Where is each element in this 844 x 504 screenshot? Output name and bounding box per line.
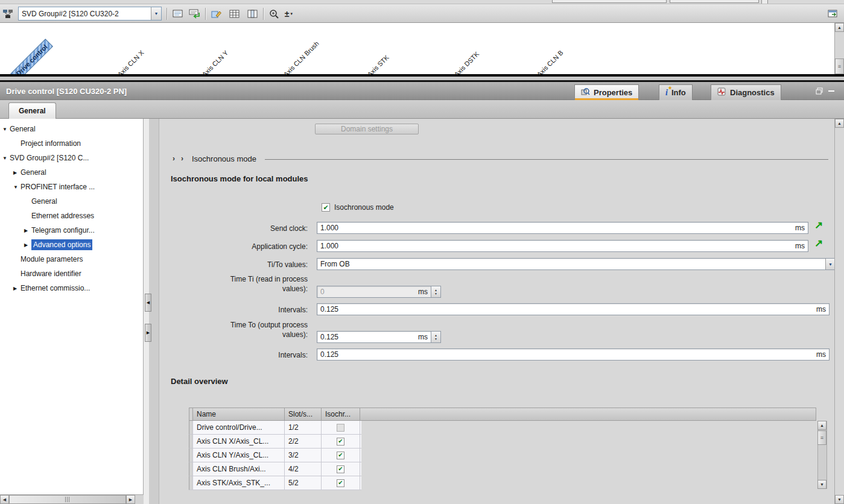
device-view-scrollbar[interactable]: ▲ ≡ <box>834 23 844 74</box>
application-cycle-input[interactable] <box>317 242 792 250</box>
dropdown-arrow-icon[interactable]: ▼ <box>825 259 834 269</box>
time-to-input[interactable] <box>317 333 415 341</box>
tree-item-svd-group[interactable]: ▼ SVD Group#2 [S120 C... <box>0 151 143 165</box>
expander-down-icon[interactable]: ▼ <box>2 127 10 132</box>
scroll-right-icon[interactable]: ▶ <box>126 495 135 504</box>
expander-right-icon[interactable]: ▶ <box>13 286 21 291</box>
configure-device-icon[interactable] <box>209 7 224 20</box>
pane-splitter[interactable]: ◀ ▶ <box>144 119 159 504</box>
scrollbar-thumb[interactable]: ≡ <box>835 58 844 74</box>
scroll-up-icon[interactable]: ▲ <box>817 421 827 430</box>
device-label-axis-cln-brush[interactable]: Axis CLN Brush <box>279 36 324 74</box>
device-label-drive-control[interactable]: Drive control <box>10 39 53 74</box>
tab-properties[interactable]: Properties <box>574 84 639 100</box>
collapse-pane-icon[interactable] <box>828 87 836 96</box>
tree-item-telegram-configuration[interactable]: ▶ Telegram configur... <box>0 223 143 238</box>
scroll-up-icon[interactable]: ▲ <box>835 23 844 32</box>
column-header-name[interactable]: Name <box>193 408 285 420</box>
chevron-down-icon[interactable]: ▼ <box>151 7 161 20</box>
isochronous-checkbox[interactable] <box>337 438 344 446</box>
time-ti-input[interactable] <box>317 288 415 296</box>
grid-view-icon[interactable] <box>227 7 243 20</box>
table-scrollbar[interactable]: ▲ ≡ ▼ <box>817 421 827 489</box>
scroll-down-icon[interactable]: ▼ <box>817 480 827 489</box>
send-clock-input[interactable] <box>317 224 792 232</box>
expand-right-icon[interactable]: ▶ <box>145 324 151 342</box>
device-label-axis-cln-b[interactable]: Axis CLN B <box>532 45 568 74</box>
tree-scrollbar-horizontal[interactable]: ◀ ▶ <box>0 494 144 504</box>
zoom-icon[interactable] <box>267 7 282 20</box>
tree-item-project-information[interactable]: Project information <box>0 136 143 151</box>
tito-values-dropdown[interactable]: From OB ▼ <box>317 258 834 270</box>
tree-item-general[interactable]: ▼ General <box>0 122 143 136</box>
table-row[interactable]: Axis CLN Y/Axis_CL... 3/2 <box>189 449 361 462</box>
isochronous-checkbox[interactable] <box>337 465 344 473</box>
expander-right-icon[interactable]: ▶ <box>13 170 21 175</box>
plus-minus-icon: ± <box>285 9 290 19</box>
dock-window-icon[interactable] <box>825 7 841 20</box>
zoom-level-selector[interactable]: ± ▼ <box>281 7 297 20</box>
tree-item-ethernet-addresses[interactable]: Ethernet addresses <box>0 209 143 223</box>
time-ti-spinner[interactable]: ▲ ▼ <box>431 286 441 298</box>
tree-item-ethernet-commissioning[interactable]: ▶ Ethernet commissio... <box>0 281 143 295</box>
expander-down-icon[interactable]: ▼ <box>2 156 10 161</box>
chevron-icon[interactable]: › <box>173 154 175 163</box>
device-label-axis-dstk[interactable]: Axis DSTK <box>449 47 484 74</box>
tree-item-profinet-general[interactable]: General <box>0 194 143 209</box>
table-row[interactable]: Axis CLN X/Axis_CL... 2/2 <box>189 435 361 449</box>
isochronous-checkbox[interactable] <box>337 479 344 487</box>
device-view-canvas[interactable]: Drive control Axis CLN X Axis CLN Y Axis… <box>0 23 834 74</box>
info-icon: i★ <box>665 88 668 98</box>
table-row[interactable]: Axis STK/Axis_STK_... 5/2 <box>189 476 361 490</box>
intervals-ti-input[interactable] <box>317 305 813 313</box>
time-to-spinner[interactable]: ▲ ▼ <box>431 331 441 343</box>
expander-right-icon[interactable]: ▶ <box>24 228 31 233</box>
content-scrollbar-vertical[interactable]: ▲ ▼ <box>834 119 844 504</box>
scroll-up-icon[interactable]: ▲ <box>835 119 844 128</box>
device-label-axis-cln-y[interactable]: Axis CLN Y <box>197 46 233 74</box>
scrollbar-thumb[interactable]: ≡ <box>817 430 827 445</box>
tree-item-module-parameters[interactable]: Module parameters <box>0 252 143 266</box>
scroll-down-icon[interactable]: ▼ <box>835 495 844 504</box>
device-label-axis-stk[interactable]: Axis STK <box>363 50 394 74</box>
field-label-tito-values: Ti/To values: <box>159 260 308 269</box>
tree-item-label: Hardware identifier <box>21 269 81 278</box>
assign-device-name-icon[interactable] <box>187 7 203 20</box>
isochronous-checkbox[interactable] <box>337 424 344 432</box>
table-row[interactable]: Axis CLN Brush/Axi... 4/2 <box>189 462 361 476</box>
inspector-title: Drive control [S120 CU320-2 PN] <box>6 87 127 96</box>
isochronous-checkbox[interactable] <box>337 452 344 459</box>
tree-item-profinet-interface[interactable]: ▼ PROFINET interface ... <box>0 180 143 194</box>
tab-info[interactable]: i★ Info <box>659 84 693 100</box>
device-overview-icon[interactable] <box>170 7 186 20</box>
domain-settings-button[interactable]: Domain settings <box>315 124 419 134</box>
isochronous-mode-checkbox[interactable] <box>322 203 330 212</box>
intervals-to-input[interactable] <box>317 350 813 359</box>
expander-down-icon[interactable]: ▼ <box>13 184 21 190</box>
scrollbar-thumb[interactable] <box>9 495 126 504</box>
properties-nav-tree[interactable]: ▼ General Project information ▼ SVD Grou… <box>0 119 144 494</box>
unit-label: ms <box>792 224 808 232</box>
tree-item-hardware-identifier[interactable]: Hardware identifier <box>0 266 143 281</box>
device-selector-dropdown[interactable]: SVD Group#2 [S120 CU320-2 ▼ <box>18 7 162 20</box>
tab-general[interactable]: General <box>8 102 56 119</box>
spinner-down-icon[interactable]: ▼ <box>434 337 437 341</box>
spinner-down-icon[interactable]: ▼ <box>434 292 437 295</box>
column-view-icon[interactable] <box>245 7 261 20</box>
toolbar-separator <box>205 8 206 20</box>
link-arrow-icon[interactable]: ↗ <box>814 219 823 232</box>
link-arrow-icon[interactable]: ↗ <box>814 237 823 250</box>
device-label-axis-cln-x[interactable]: Axis CLN X <box>113 45 149 74</box>
tab-diagnostics[interactable]: Diagnostics <box>711 84 781 100</box>
collapse-left-icon[interactable]: ◀ <box>145 294 151 312</box>
float-window-icon[interactable] <box>816 87 823 96</box>
expander-right-icon[interactable]: ▶ <box>24 242 31 248</box>
tree-item-general-sub[interactable]: ▶ General <box>0 165 143 180</box>
tree-item-advanced-options[interactable]: ▶ Advanced options <box>0 238 143 252</box>
chevron-icon[interactable]: › <box>181 154 183 163</box>
column-header-isochronous[interactable]: Isochr... <box>322 408 360 420</box>
table-row[interactable]: Drive control/Drive... 1/2 <box>189 421 361 435</box>
tree-item-label: Ethernet addresses <box>31 212 94 220</box>
scroll-left-icon[interactable]: ◀ <box>0 495 9 504</box>
column-header-slot[interactable]: Slot/s... <box>285 408 322 420</box>
